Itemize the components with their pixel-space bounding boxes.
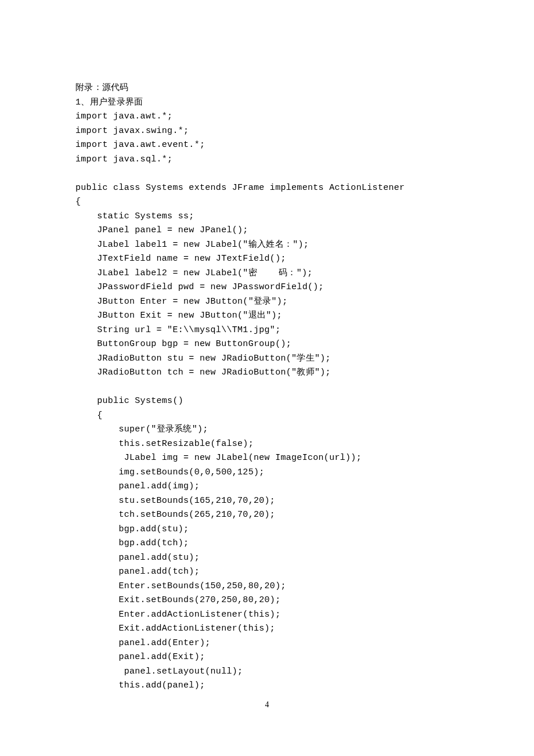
source-code-block: 附录：源代码 1、用户登录界面 import java.awt.*; impor… xyxy=(75,81,459,693)
document-page: 附录：源代码 1、用户登录界面 import java.awt.*; impor… xyxy=(0,0,534,756)
page-number: 4 xyxy=(0,700,534,710)
